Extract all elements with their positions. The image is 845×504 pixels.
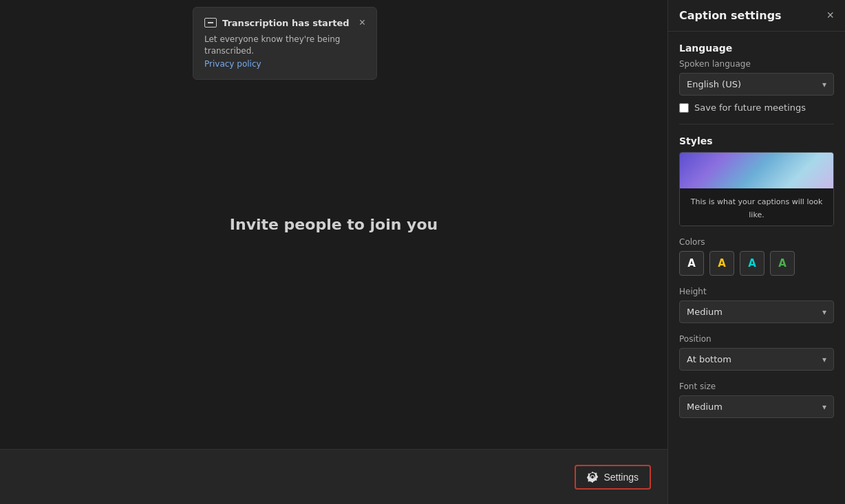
chevron-down-icon: ▾ (822, 402, 826, 412)
font-size-section: Font size Medium ▾ (679, 382, 834, 418)
font-size-value: Medium (687, 402, 723, 412)
color-green-option[interactable]: A (770, 251, 795, 276)
language-section-title: Language (679, 43, 834, 54)
transcription-icon (204, 18, 217, 28)
settings-button[interactable]: Settings (575, 465, 651, 490)
style-preview-image (680, 153, 833, 188)
font-size-label: Font size (679, 382, 834, 391)
toast-title: Transcription has started (222, 18, 350, 28)
panel-title: Caption settings (679, 9, 782, 22)
invite-text: Invite people to join you (230, 216, 438, 233)
chevron-down-icon: ▾ (822, 355, 826, 364)
font-size-dropdown[interactable]: Medium ▾ (679, 395, 834, 418)
language-section: Language Spoken language English (US) ▾ … (679, 43, 834, 113)
height-value: Medium (687, 307, 723, 317)
styles-section-title: Styles (679, 135, 834, 146)
colors-section: Colors A A A A (679, 237, 834, 276)
settings-button-label: Settings (603, 472, 639, 483)
spoken-language-label: Spoken language (679, 59, 834, 69)
style-preview: This is what your captions will look lik… (679, 152, 834, 226)
transcription-toast: Transcription has started × Let everyone… (193, 7, 377, 80)
caption-settings-panel: Caption settings × Language Spoken langu… (667, 0, 845, 504)
style-preview-text: This is what your captions will look lik… (691, 197, 823, 219)
panel-header: Caption settings × (668, 0, 845, 32)
styles-section: Styles This is what your captions will l… (679, 135, 834, 226)
chevron-down-icon: ▾ (822, 307, 826, 317)
divider-1 (679, 124, 834, 124)
bottom-bar: Settings (0, 449, 667, 504)
main-area: Transcription has started × Let everyone… (0, 0, 667, 504)
toast-close-button[interactable]: × (359, 17, 365, 28)
position-section: Position At bottom ▾ (679, 334, 834, 371)
height-label: Height (679, 287, 834, 296)
color-cyan-option[interactable]: A (740, 251, 764, 276)
height-section: Height Medium ▾ (679, 287, 834, 323)
privacy-policy-link[interactable]: Privacy policy (204, 58, 365, 70)
color-yellow-option[interactable]: A (709, 251, 734, 276)
spoken-language-dropdown[interactable]: English (US) ▾ (679, 73, 834, 96)
spoken-language-value: English (US) (687, 79, 741, 89)
chevron-down-icon: ▾ (822, 80, 826, 89)
save-future-label[interactable]: Save for future meetings (694, 102, 806, 113)
style-preview-caption: This is what your captions will look lik… (680, 188, 833, 226)
panel-body: Language Spoken language English (US) ▾ … (668, 32, 845, 429)
save-future-checkbox[interactable] (679, 103, 689, 113)
height-dropdown[interactable]: Medium ▾ (679, 300, 834, 323)
save-future-row: Save for future meetings (679, 102, 834, 113)
panel-close-button[interactable]: × (826, 8, 834, 23)
toast-body: Let everyone know they're being transcri… (204, 34, 365, 69)
colors-label: Colors (679, 237, 834, 247)
colors-row: A A A A (679, 251, 834, 276)
gear-icon (587, 472, 598, 483)
position-label: Position (679, 334, 834, 344)
color-white-option[interactable]: A (679, 251, 704, 276)
position-dropdown[interactable]: At bottom ▾ (679, 348, 834, 371)
position-value: At bottom (687, 354, 731, 364)
